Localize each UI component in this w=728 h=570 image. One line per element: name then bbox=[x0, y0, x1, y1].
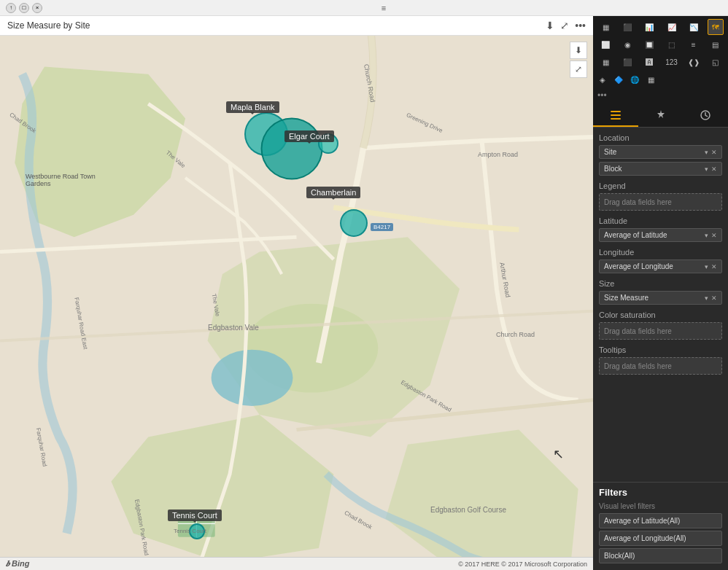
viz-column-icon[interactable]: 📊 bbox=[641, 19, 657, 35]
viz-stacked-icon[interactable]: ⬛ bbox=[619, 19, 635, 35]
svg-rect-10 bbox=[611, 111, 621, 112]
bubble-small[interactable] bbox=[318, 133, 338, 154]
more-menu-icon[interactable]: ≡ bbox=[45, 4, 722, 12]
map-background bbox=[0, 36, 593, 557]
tab-analytics[interactable] bbox=[683, 105, 728, 127]
section-longitude-label: Longitude bbox=[599, 248, 722, 257]
filters-title: Filters bbox=[599, 487, 722, 498]
filter-item-block[interactable]: Block(All) bbox=[599, 548, 722, 563]
field-tag-size[interactable]: Size Measure ▾ ✕ bbox=[599, 291, 722, 305]
map-title: Size Measure by Site bbox=[7, 20, 90, 31]
filter-item-latitude[interactable]: Average of Latitude(All) bbox=[599, 513, 722, 528]
viz-row-4: ◈ 🔷 🌐 ▦ bbox=[595, 71, 727, 87]
field-tag-size-label: Size Measure bbox=[604, 294, 648, 302]
field-tag-site-label: Site bbox=[604, 148, 616, 156]
tooltips-drop-zone: Drag data fields here bbox=[599, 357, 722, 375]
tab-format[interactable] bbox=[638, 105, 684, 127]
more-btn[interactable]: ••• bbox=[575, 20, 586, 31]
win-close-btn[interactable]: × bbox=[32, 3, 42, 13]
right-panel: ▦ ⬛ 📊 📈 📉 🗺 ⬜ ◉ 🔲 ⬚ ≡ ▤ ▦ ⬛ 🅰 123 ❰❱ bbox=[593, 16, 728, 570]
viz-row-2: ⬜ ◉ 🔲 ⬚ ≡ ▤ bbox=[595, 36, 727, 52]
viz-card-icon[interactable]: 123 bbox=[664, 54, 680, 70]
chevron-longitude-icon[interactable]: ▾ bbox=[705, 263, 708, 270]
field-tag-longitude[interactable]: Average of Longitude ▾ ✕ bbox=[599, 259, 722, 273]
viz-bar-icon[interactable]: ▦ bbox=[597, 19, 613, 35]
viz-table-icon[interactable]: ▤ bbox=[708, 36, 724, 52]
color-placeholder: Drag data fields here bbox=[604, 327, 672, 335]
svg-point-6 bbox=[212, 350, 293, 406]
viz-custom1-icon[interactable]: 🔷 bbox=[611, 71, 627, 87]
viz-line-icon[interactable]: 📈 bbox=[664, 19, 680, 35]
viz-custom2-icon[interactable]: 🌐 bbox=[627, 71, 643, 87]
viz-pie-icon[interactable]: ◉ bbox=[619, 36, 635, 52]
chevron-size-icon[interactable]: ▾ bbox=[705, 294, 708, 302]
legend-drop-zone: Drag data fields here bbox=[599, 193, 722, 211]
viz-slicer-icon[interactable]: ❰❱ bbox=[686, 54, 702, 70]
viz-image-icon[interactable]: ◱ bbox=[708, 54, 724, 70]
viz-gauge-icon[interactable]: ≡ bbox=[686, 36, 702, 52]
win-minimize-btn[interactable]: ↑ bbox=[6, 3, 16, 13]
fields-content: Location Site ▾ ✕ Block ▾ ✕ Legend Drag … bbox=[593, 128, 728, 482]
legend-placeholder: Drag data fields here bbox=[604, 198, 672, 206]
section-color-label: Color saturation bbox=[599, 311, 722, 319]
field-tag-longitude-label: Average of Longitude bbox=[604, 262, 673, 270]
viz-map-icon[interactable]: 🗺 bbox=[708, 19, 724, 35]
bubble-chamberlain[interactable] bbox=[340, 209, 368, 237]
zoom-out-icon[interactable]: ⬇ bbox=[570, 42, 587, 59]
field-tag-latitude[interactable]: Average of Latitude ▾ ✕ bbox=[599, 228, 722, 242]
viz-custom3-icon[interactable]: ▦ bbox=[643, 71, 659, 87]
chevron-site-icon[interactable]: ▾ bbox=[705, 149, 708, 156]
tab-fields[interactable] bbox=[593, 105, 638, 127]
field-tag-latitude-label: Average of Latitude bbox=[604, 231, 667, 239]
color-drop-zone: Drag data fields here bbox=[599, 322, 722, 340]
download-btn[interactable]: ⬇ bbox=[546, 20, 554, 31]
svg-rect-11 bbox=[611, 114, 621, 116]
filters-section: Filters Visual level filters Average of … bbox=[593, 482, 728, 570]
close-longitude-icon[interactable]: ✕ bbox=[711, 263, 717, 270]
bubble-tennis[interactable] bbox=[189, 523, 205, 539]
viz-funnel-icon[interactable]: ⬚ bbox=[664, 36, 680, 52]
tooltips-placeholder: Drag data fields here bbox=[604, 362, 672, 370]
map-copyright: © 2017 HERE © 2017 Microsoft Corporation bbox=[458, 561, 587, 568]
map-panel: Size Measure by Site ⬇ ⤢ ••• bbox=[0, 16, 593, 570]
filters-subtitle: Visual level filters bbox=[599, 502, 722, 510]
viz-treemap-icon[interactable]: 🔲 bbox=[641, 36, 657, 52]
filter-item-longitude[interactable]: Average of Longitude(All) bbox=[599, 531, 722, 546]
map-footer: 𝒃 Bing © 2017 HERE © 2017 Microsoft Corp… bbox=[0, 557, 593, 570]
expand-btn[interactable]: ⤢ bbox=[560, 20, 569, 31]
map-container[interactable]: Church Road Ampton Road Arthur Road Chur… bbox=[0, 36, 593, 557]
field-tag-block-label: Block bbox=[604, 165, 621, 173]
close-latitude-icon[interactable]: ✕ bbox=[711, 232, 717, 239]
zoom-in-icon[interactable]: ⤢ bbox=[570, 60, 587, 78]
win-maximize-btn[interactable]: □ bbox=[19, 3, 29, 13]
bubble-elgar[interactable] bbox=[261, 118, 323, 180]
viz-row-3: ▦ ⬛ 🅰 123 ❰❱ ◱ bbox=[595, 54, 727, 70]
field-tag-block[interactable]: Block ▾ ✕ bbox=[599, 162, 722, 176]
viz-area-icon[interactable]: 📉 bbox=[686, 19, 702, 35]
viz-shape-icon[interactable]: ◈ bbox=[595, 71, 611, 87]
close-block-icon[interactable]: ✕ bbox=[711, 165, 717, 173]
viz-more-btn[interactable]: ••• bbox=[595, 89, 727, 102]
viz-scatter-icon[interactable]: ⬜ bbox=[597, 36, 613, 52]
field-tag-site[interactable]: Site ▾ ✕ bbox=[599, 145, 722, 159]
map-toolbar: ⬇ ⤢ bbox=[570, 42, 587, 78]
viz-matrix-icon[interactable]: ▦ bbox=[597, 54, 613, 70]
section-latitude-label: Latitude bbox=[599, 216, 722, 225]
fields-tabs bbox=[593, 105, 728, 128]
close-size-icon[interactable]: ✕ bbox=[711, 294, 717, 302]
section-tooltips-label: Tooltips bbox=[599, 345, 722, 354]
section-legend-label: Legend bbox=[599, 181, 722, 190]
chevron-latitude-icon[interactable]: ▾ bbox=[705, 232, 708, 239]
map-title-bar: Size Measure by Site ⬇ ⤢ ••• bbox=[0, 16, 593, 36]
window-toolbar: ↑ □ × ≡ bbox=[0, 0, 728, 16]
viz-icons-area: ▦ ⬛ 📊 📈 📉 🗺 ⬜ ◉ 🔲 ⬚ ≡ ▤ ▦ ⬛ 🅰 123 ❰❱ bbox=[593, 16, 728, 105]
viz-kpi-icon[interactable]: ⬛ bbox=[619, 54, 635, 70]
svg-rect-12 bbox=[611, 118, 621, 120]
viz-row-1: ▦ ⬛ 📊 📈 📉 🗺 bbox=[595, 19, 727, 35]
viz-text-icon[interactable]: 🅰 bbox=[641, 54, 657, 70]
close-site-icon[interactable]: ✕ bbox=[711, 149, 717, 156]
bing-logo: 𝒃 Bing bbox=[6, 559, 30, 569]
section-size-label: Size bbox=[599, 279, 722, 288]
chevron-block-icon[interactable]: ▾ bbox=[705, 165, 708, 173]
section-location-label: Location bbox=[599, 133, 722, 142]
